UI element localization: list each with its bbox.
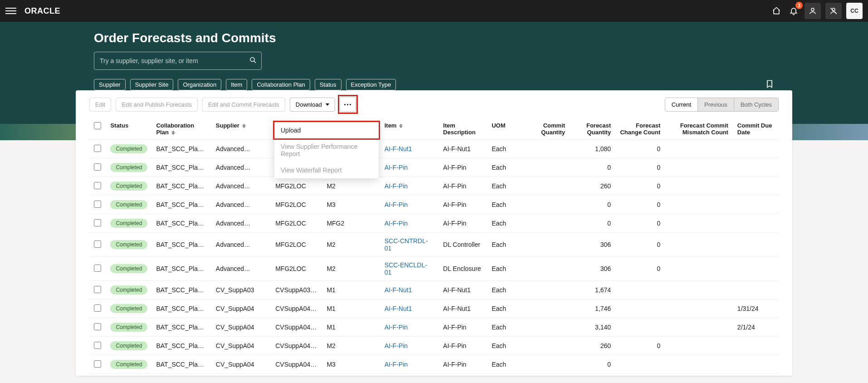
- cell-fcmc: [665, 158, 733, 177]
- chip-organization[interactable]: Organization: [178, 79, 221, 90]
- status-badge: Completed: [110, 163, 147, 172]
- chip-supplier-site[interactable]: Supplier Site: [130, 79, 174, 90]
- cell-desc: DL Controller: [439, 233, 487, 257]
- cell-desc: AI-F-Nut1: [439, 300, 487, 318]
- row-checkbox[interactable]: [94, 241, 101, 248]
- cell-fcc: [615, 355, 665, 374]
- cell-site: CVSuppA04…: [271, 355, 322, 374]
- cell-site: CVSuppA04…: [271, 318, 322, 337]
- cell-forecast-quantity: 3,140: [570, 318, 615, 337]
- table-row: CompletedBAT_SCC_Plan01CV_SuppA04CVSuppA…: [89, 355, 779, 374]
- row-checkbox[interactable]: [94, 219, 101, 226]
- user-avatar[interactable]: CC: [846, 3, 863, 19]
- chip-collaboration-plan[interactable]: Collaboration Plan: [252, 79, 310, 90]
- row-checkbox[interactable]: [94, 286, 101, 293]
- cell-cdd: [733, 196, 779, 214]
- download-button[interactable]: Download: [290, 98, 335, 112]
- column-item-description[interactable]: Item Description: [439, 118, 487, 140]
- item-link[interactable]: AI-F-Pin: [385, 342, 408, 349]
- oracle-logo: ORACLE: [24, 6, 60, 16]
- item-link[interactable]: AI-F-Nut1: [385, 286, 412, 294]
- item-link[interactable]: AI-F-Pin: [385, 201, 408, 208]
- select-all-checkbox[interactable]: [94, 122, 101, 129]
- table-toolbar: Edit Edit and Publish Forecasts Edit and…: [89, 97, 779, 112]
- row-checkbox[interactable]: [94, 201, 101, 208]
- cell-forecast-quantity: 306: [570, 233, 615, 257]
- cell-uom: Each: [487, 214, 524, 233]
- cell-fcmc: [665, 355, 733, 374]
- column-forecast-change-count[interactable]: Forecast Change Count: [615, 118, 665, 140]
- cell-cdd: 1/31/24: [733, 300, 779, 318]
- cell-fcc: 0: [615, 158, 665, 177]
- cell-forecast-quantity: 306: [570, 257, 615, 281]
- column-forecast-commit-mismatch-count[interactable]: Forecast Commit Mismatch Count: [665, 118, 733, 140]
- item-link[interactable]: SCC-CNTRDL-01: [385, 237, 428, 252]
- item-link[interactable]: AI-F-Nut1: [385, 145, 412, 152]
- row-checkbox[interactable]: [94, 145, 101, 152]
- edit-publish-button[interactable]: Edit and Publish Forecasts: [116, 98, 198, 112]
- cell-fcc: [615, 281, 665, 300]
- hamburger-menu-icon[interactable]: [5, 5, 16, 16]
- cell-desc: AI-F-Pin: [439, 196, 487, 214]
- chip-item[interactable]: Item: [226, 79, 247, 90]
- segment-current[interactable]: Current: [665, 98, 697, 111]
- cell-fcc: 0: [615, 257, 665, 281]
- person-off-icon-button[interactable]: [825, 3, 842, 19]
- column-commit-due-date[interactable]: Commit Due Date: [733, 118, 779, 140]
- item-link[interactable]: AI-F-Pin: [385, 182, 408, 190]
- search-icon[interactable]: [249, 56, 257, 66]
- item-link[interactable]: AI-F-Pin: [385, 164, 408, 171]
- row-checkbox[interactable]: [94, 163, 101, 171]
- column-item[interactable]: Item: [380, 118, 439, 140]
- item-link[interactable]: AI-F-Nut1: [385, 305, 412, 312]
- cell-fcc: 0: [615, 196, 665, 214]
- item-link[interactable]: AI-F-Pin: [385, 324, 408, 331]
- page-title: Order Forecasts and Commits: [94, 31, 774, 45]
- column-supplier[interactable]: Supplier: [211, 118, 271, 140]
- cell-site: MFG2LOC: [271, 257, 322, 281]
- cell-forecast-quantity: 0: [570, 196, 615, 214]
- cell-org: MFG2: [322, 214, 380, 233]
- edit-commit-button[interactable]: Edit and Commit Forecasts: [202, 98, 285, 112]
- cell-cdd: [733, 140, 779, 158]
- row-checkbox[interactable]: [94, 360, 101, 368]
- cell-supplier: CV_SuppA04: [211, 355, 271, 374]
- menu-item-performance-report[interactable]: View Supplier Performance Report: [274, 138, 379, 162]
- item-link[interactable]: AI-F-Pin: [385, 361, 408, 368]
- chip-exception-type[interactable]: Exception Type: [346, 79, 396, 90]
- bookmark-icon[interactable]: [765, 79, 774, 90]
- status-badge: Completed: [110, 360, 147, 369]
- more-actions-button[interactable]: [340, 97, 356, 112]
- cell-site: CVSuppA03…: [271, 281, 322, 300]
- row-checkbox[interactable]: [94, 182, 101, 189]
- column-plan[interactable]: Collaboration Plan: [151, 118, 211, 140]
- chip-status[interactable]: Status: [315, 79, 341, 90]
- home-icon[interactable]: [770, 5, 783, 17]
- chip-supplier[interactable]: Supplier: [94, 79, 126, 90]
- cell-uom: Each: [487, 233, 524, 257]
- column-forecast-quantity[interactable]: Forecast Quantity: [570, 118, 615, 140]
- segment-previous[interactable]: Previous: [697, 98, 734, 111]
- cell-commit-quantity: [524, 158, 570, 177]
- person-icon-button[interactable]: [805, 3, 821, 19]
- item-link[interactable]: SCC-ENCLDL-01: [385, 261, 427, 276]
- menu-item-waterfall-report[interactable]: View Waterfall Report: [274, 162, 379, 178]
- column-status[interactable]: Status: [106, 118, 151, 140]
- status-badge: Completed: [110, 323, 147, 332]
- row-checkbox[interactable]: [94, 304, 101, 312]
- row-checkbox[interactable]: [94, 323, 101, 330]
- column-commit-quantity[interactable]: Commit Quantity: [524, 118, 570, 140]
- table-row: CompletedBAT_SCC_Plan01CV_SuppA04CVSuppA…: [89, 337, 779, 355]
- supplier-search-input[interactable]: [94, 52, 262, 70]
- cell-site: CVSuppA04…: [271, 337, 322, 355]
- row-checkbox[interactable]: [94, 342, 101, 349]
- column-uom[interactable]: UOM: [487, 118, 524, 140]
- cell-supplier: Advanced…: [211, 257, 271, 281]
- cell-commit-quantity: [524, 355, 570, 374]
- segment-both-cycles[interactable]: Both Cycles: [734, 98, 778, 111]
- row-checkbox[interactable]: [94, 265, 101, 272]
- item-link[interactable]: AI-F-Pin: [385, 220, 408, 227]
- edit-button[interactable]: Edit: [89, 98, 111, 112]
- menu-item-upload[interactable]: Upload: [274, 122, 379, 138]
- bell-icon[interactable]: 3: [787, 5, 800, 17]
